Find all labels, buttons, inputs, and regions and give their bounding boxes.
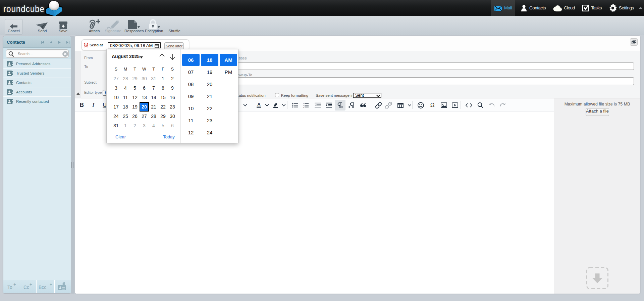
svg-text:3: 3 <box>303 106 304 108</box>
svg-text:A: A <box>257 102 261 107</box>
